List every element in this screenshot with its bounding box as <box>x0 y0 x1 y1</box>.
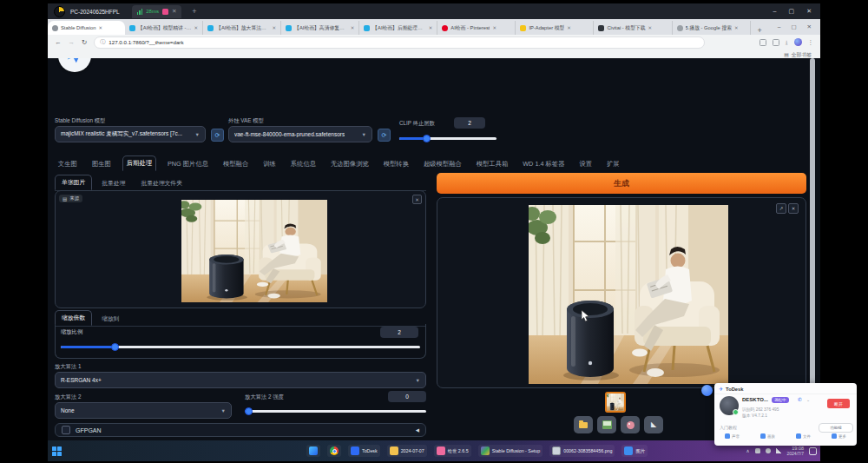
save-image-button[interactable] <box>597 416 616 433</box>
new-session-button[interactable]: + <box>192 7 196 16</box>
upscaler1-dropdown[interactable]: R-ESRGAN 4x+▼ <box>55 372 426 388</box>
network-icon[interactable] <box>776 448 782 453</box>
tab-extras[interactable]: 后期处理 <box>122 155 156 171</box>
connection-tab[interactable]: 28ms ✕ <box>132 5 182 18</box>
tab-settings[interactable]: 设置 <box>575 157 595 171</box>
todesk-sound-button[interactable]: 声音 <box>725 433 740 439</box>
tab-close-icon[interactable]: ✕ <box>429 25 433 30</box>
taskbar-chrome[interactable] <box>327 445 341 457</box>
clear-image-button[interactable]: ✕ <box>412 195 422 204</box>
menu-icon[interactable]: ⋮ <box>808 39 814 46</box>
close-button[interactable]: ✕ <box>806 8 812 15</box>
source-image-panel[interactable]: ▤ 来源 ✕ <box>55 190 426 308</box>
browser-tab[interactable]: 【AI绘画】放大算法详解 - 哔哩哔哩✕ <box>203 21 281 35</box>
gallery-thumbnail[interactable] <box>605 392 626 413</box>
tab-checkpoint-merger[interactable]: 模型融合 <box>220 157 252 171</box>
tray-chevron-icon[interactable]: ∧ <box>746 448 750 453</box>
browser-tab[interactable]: 【AI绘画】模型精讲 - 哔哩哔哩✕ <box>125 21 203 35</box>
todesk-assist-ball[interactable] <box>701 385 713 396</box>
tab-train[interactable]: 训练 <box>260 157 279 171</box>
subtab-batch-process[interactable]: 批量处理 <box>95 176 131 190</box>
todesk-hotkeys-button[interactable]: 功能键 <box>819 423 853 433</box>
site-info-icon[interactable]: ⓘ <box>100 38 105 46</box>
clip-skip-slider[interactable] <box>399 135 496 142</box>
send-to-inpaint-button[interactable]: ◣ <box>644 416 663 433</box>
disconnect-button[interactable]: 断开 <box>827 399 850 408</box>
tab-infinite-browser[interactable]: 无边图像浏览 <box>327 157 372 171</box>
profile-avatar[interactable] <box>794 38 802 46</box>
taskbar-sd-setup[interactable]: Stable Diffusion - Setup <box>478 445 543 457</box>
browser-minimize-button[interactable]: – <box>778 23 781 30</box>
upscaler2-strength-slider[interactable] <box>245 407 426 415</box>
refresh-sd-model-button[interactable]: ⟳ <box>211 129 224 142</box>
browser-tab[interactable]: Civitai - 模型下载✕ <box>594 21 672 35</box>
tab-close-icon[interactable]: ✕ <box>99 25 103 30</box>
fullscreen-icon[interactable]: ↗ <box>776 203 786 214</box>
browser-tab[interactable]: 5.播放 - Google 搜索✕ <box>673 21 751 35</box>
tab-close-icon[interactable]: ✕ <box>648 25 653 30</box>
tab-close-icon[interactable]: ✕ <box>734 25 739 30</box>
browser-close-button[interactable]: ✕ <box>807 23 812 30</box>
open-folder-button[interactable] <box>574 416 593 433</box>
send-to-extras-button[interactable] <box>621 416 640 433</box>
browser-maximize-button[interactable]: ▢ <box>791 23 796 30</box>
record-icon[interactable] <box>162 9 168 15</box>
tray-icon[interactable] <box>755 448 760 453</box>
start-button[interactable] <box>52 446 62 456</box>
tab-img2img[interactable]: 图生图 <box>89 157 115 171</box>
sd-model-dropdown[interactable]: majicMIX realistic 麦橘写实_v7.safetensors [… <box>55 126 206 142</box>
tab-wd14-tagger[interactable]: WD 1.4 标签器 <box>519 157 568 171</box>
subtab-batch-folder[interactable]: 批量处理文件夹 <box>135 176 188 190</box>
chevron-down-icon[interactable]: ⌄ <box>806 397 810 402</box>
todesk-quality-button[interactable]: 画质 <box>760 433 775 439</box>
address-bar[interactable]: ⓘ 127.0.0.1:7860/?__theme=dark <box>94 36 705 49</box>
tab-close-icon[interactable]: ✕ <box>492 25 496 30</box>
vae-dropdown[interactable]: vae-ft-mse-840000-ema-pruned.safetensors… <box>228 126 372 142</box>
browser-tab-active[interactable]: Stable Diffusion✕ <box>48 21 125 35</box>
forward-icon[interactable]: → <box>69 38 76 46</box>
output-image[interactable] <box>529 205 728 384</box>
tab-system-info[interactable]: 系统信息 <box>287 157 319 171</box>
phone-icon[interactable]: ✆ <box>798 397 802 402</box>
taskbar-folder[interactable]: 2024-07-07 <box>387 445 427 457</box>
maximize-button[interactable]: ▢ <box>789 8 795 15</box>
tray-icon[interactable] <box>766 448 771 453</box>
tab-model-toolkit[interactable]: 模型工具箱 <box>473 157 511 171</box>
tab-model-converter[interactable]: 模型转换 <box>380 157 412 171</box>
upscaler2-dropdown[interactable]: None▼ <box>55 402 232 419</box>
tab-close-icon[interactable]: ✕ <box>351 25 355 30</box>
scale-value[interactable]: 2 <box>380 327 418 338</box>
scale-slider[interactable] <box>61 343 420 351</box>
taskbar-clock[interactable]: 19:08 2024/7/7 <box>787 446 804 457</box>
refresh-vae-button[interactable]: ⟳ <box>378 129 391 142</box>
tab-extensions[interactable]: 扩展 <box>603 157 623 171</box>
new-tab-button[interactable]: + <box>751 26 769 35</box>
minimize-button[interactable]: – <box>773 8 777 15</box>
download-icon[interactable]: ⤓ <box>786 39 788 46</box>
notification-icon[interactable] <box>809 447 817 455</box>
generate-button[interactable]: 生成 <box>437 173 806 194</box>
browser-tab[interactable]: 【AI绘画】后期处理教程 - 哔哩哔哩✕ <box>359 21 437 35</box>
subtab-single-image[interactable]: 单张图片 <box>55 175 92 190</box>
gfpgan-checkbox[interactable] <box>62 426 70 434</box>
todesk-more-button[interactable]: 更多 <box>832 433 846 439</box>
tab-close-icon[interactable]: ✕ <box>273 25 277 30</box>
tab-txt2img[interactable]: 文生图 <box>55 157 81 171</box>
close-preview-icon[interactable]: ✕ <box>788 203 799 214</box>
todesk-files-button[interactable]: 文件 <box>796 433 811 439</box>
taskbar-todesk[interactable]: ToDesk <box>348 445 380 457</box>
taskbar-launcher[interactable] <box>306 445 320 457</box>
taskbar-png-file[interactable]: 00062-3083584456.png <box>549 445 615 457</box>
extension-icon[interactable] <box>760 39 766 46</box>
browser-tab[interactable]: 【AI绘画】高清修复教程 - 哔哩哔哩✕ <box>281 21 359 35</box>
browser-tab[interactable]: AI绘画 - Pinterest✕ <box>437 21 516 35</box>
taskbar-huishi-launcher[interactable]: 绘世 2.6.5 <box>434 445 471 457</box>
taskbar-photos[interactable]: 图片 <box>621 445 648 457</box>
back-icon[interactable]: ← <box>55 38 62 46</box>
extension-icon[interactable] <box>773 39 779 46</box>
close-session-icon[interactable]: ✕ <box>172 8 176 15</box>
reload-icon[interactable]: ↻ <box>82 38 87 46</box>
upscaler2-strength-value[interactable]: 0 <box>388 391 426 402</box>
accordion-gfpgan[interactable]: GFPGAN ◀ <box>55 423 426 437</box>
clip-skip-value[interactable]: 2 <box>454 117 485 129</box>
